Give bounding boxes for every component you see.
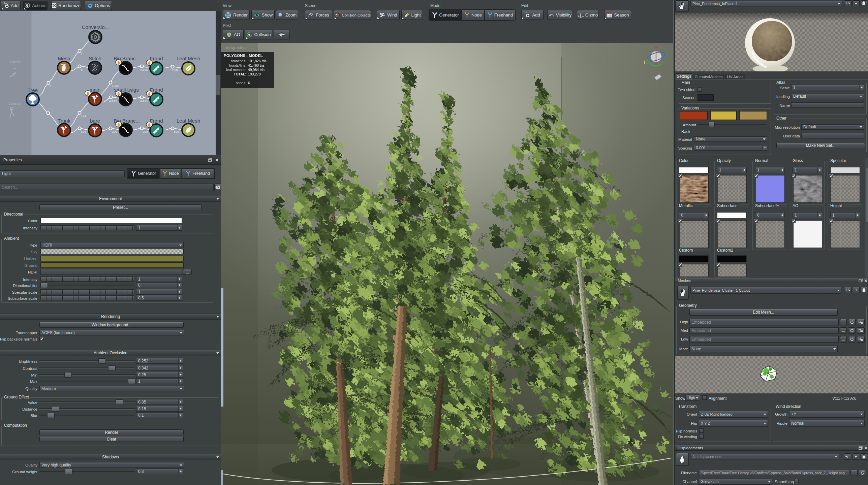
svg-text:12,80: 12,80 [170,68,178,72]
svg-text:49,984 tris: 49,984 tris [248,68,265,72]
svg-text:6: 6 [248,81,250,85]
svg-text:bones:: bones: [236,81,246,85]
svg-text:main: main [90,87,101,93]
svg-text:Trunk: Trunk [58,118,70,124]
svg-text:41,460 tris: 41,460 tris [248,63,265,67]
svg-text:2,834: 2,834 [109,99,117,102]
svg-text:Conversio...: Conversio... [82,24,109,30]
svg-text:Tree: Tree [28,87,38,93]
svg-text:8: 8 [81,68,83,71]
svg-text:fronds/fins:: fronds/fins: [229,63,246,67]
svg-text:bare: bare [90,118,100,124]
svg-text:perspective: perspective [224,45,247,50]
svg-text:4,333: 4,333 [140,68,148,71]
svg-text:104: 104 [81,130,86,133]
svg-text:464: 464 [81,115,86,118]
svg-text:Leaf Mesh: Leaf Mesh [177,118,200,124]
svg-text:1: 1 [81,53,83,56]
svg-text:branches:: branches: [231,59,246,63]
svg-text:193,270: 193,270 [248,72,261,76]
svg-text:Forces: Forces [10,60,21,64]
svg-text:506: 506 [174,130,179,133]
svg-text:TOTAL:: TOTAL: [234,72,246,76]
svg-text:1: 1 [50,85,52,88]
svg-text:Frond: Frond [150,56,163,61]
svg-text:2,814: 2,814 [140,99,148,102]
svg-text:206: 206 [112,130,117,133]
svg-text:POLYGONS - MODEL: POLYGONS - MODEL [224,54,263,58]
svg-text:Mesh: Mesh [58,56,70,61]
svg-text:Stitch: Stitch [89,56,101,61]
svg-text:208: 208 [143,130,148,133]
svg-text:101,826 tris: 101,826 tris [248,59,267,63]
svg-text:leaf meshes:: leaf meshes: [226,68,246,72]
svg-text:Leaf Mesh: Leaf Mesh [177,56,200,61]
svg-text:Collision: Collision [8,102,21,105]
